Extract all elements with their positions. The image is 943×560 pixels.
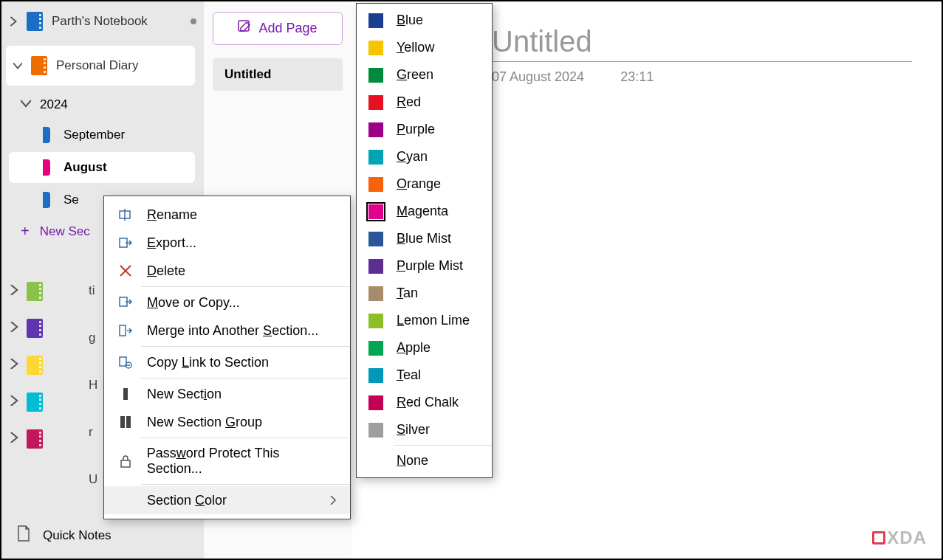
color-option-tan[interactable]: Tan bbox=[357, 280, 492, 307]
mini-notebook-row[interactable] bbox=[1, 273, 50, 310]
color-option-orange[interactable]: Orange bbox=[357, 170, 492, 198]
notebook-name: Parth's Notebook bbox=[52, 14, 148, 29]
color-option-red[interactable]: Red bbox=[357, 89, 492, 116]
notebook-icon bbox=[27, 356, 43, 375]
color-label: Tan bbox=[397, 286, 418, 301]
chevron-down-icon bbox=[13, 61, 22, 71]
ctx-label: Export... bbox=[147, 235, 196, 251]
section-label: September bbox=[64, 128, 125, 142]
separator bbox=[141, 346, 350, 347]
color-option-none[interactable]: None bbox=[357, 447, 492, 474]
color-swatch bbox=[368, 95, 383, 110]
notebook-selected[interactable]: Personal Diary bbox=[6, 46, 195, 86]
color-option-green[interactable]: Green bbox=[357, 61, 492, 89]
ctx-password-protect[interactable]: Password Protect This Section... bbox=[104, 440, 350, 483]
link-icon bbox=[117, 354, 134, 370]
note-time: 23:11 bbox=[620, 69, 654, 84]
add-page-label: Add Page bbox=[258, 21, 317, 36]
section-tab-icon bbox=[43, 192, 50, 208]
quick-notes-label: Quick Notes bbox=[43, 528, 112, 543]
color-label: Red bbox=[397, 94, 421, 110]
color-option-red-chalk[interactable]: Red Chalk bbox=[357, 389, 492, 416]
page-item[interactable]: Untitled bbox=[213, 58, 343, 91]
color-swatch bbox=[368, 259, 383, 274]
svg-rect-11 bbox=[121, 460, 130, 467]
mini-notebook-row[interactable] bbox=[1, 310, 50, 347]
chevron-right-icon bbox=[9, 322, 18, 335]
year-label: 2024 bbox=[40, 97, 68, 112]
other-notebooks: ti g H r U bbox=[1, 273, 50, 457]
color-swatch bbox=[368, 232, 383, 246]
section-group-year[interactable]: 2024 bbox=[1, 90, 204, 120]
color-option-lemon-lime[interactable]: Lemon Lime bbox=[357, 307, 492, 334]
svg-rect-10 bbox=[126, 416, 131, 428]
color-label: Blue Mist bbox=[397, 231, 451, 246]
lock-icon bbox=[117, 453, 134, 469]
color-option-purple-mist[interactable]: Purple Mist bbox=[357, 252, 492, 280]
color-swatch bbox=[368, 41, 383, 55]
notebook-icon bbox=[27, 282, 43, 301]
mini-notebook-row[interactable] bbox=[1, 384, 50, 421]
color-label: Orange bbox=[397, 176, 441, 192]
color-label: Silver bbox=[397, 422, 430, 438]
color-swatch bbox=[368, 341, 383, 356]
ctx-export[interactable]: Export... bbox=[104, 229, 350, 257]
color-label: Yellow bbox=[397, 40, 434, 55]
section-label: Se bbox=[64, 193, 79, 207]
note-title-input[interactable]: Untitled bbox=[492, 25, 912, 62]
ctx-rename[interactable]: Rename bbox=[104, 201, 350, 229]
watermark-icon bbox=[872, 531, 885, 545]
color-option-teal[interactable]: Teal bbox=[357, 362, 492, 389]
section-august[interactable]: August bbox=[9, 152, 195, 183]
mini-notebook-row[interactable] bbox=[1, 421, 50, 457]
color-label: Green bbox=[397, 67, 433, 83]
color-option-yellow[interactable]: Yellow bbox=[357, 34, 492, 61]
section-september[interactable]: September bbox=[1, 120, 204, 151]
ctx-label: Section Color bbox=[147, 493, 227, 508]
truncated-label: H bbox=[89, 378, 97, 393]
chevron-right-icon bbox=[9, 16, 18, 27]
color-option-magenta[interactable]: Magenta bbox=[357, 198, 492, 225]
separator bbox=[141, 484, 350, 485]
ctx-delete[interactable]: Delete bbox=[104, 257, 350, 285]
ctx-label: Merge into Another Section... bbox=[147, 323, 318, 339]
ctx-copy-link[interactable]: Copy Link to Section bbox=[104, 348, 350, 376]
quick-notes-button[interactable]: Quick Notes bbox=[1, 518, 126, 553]
mini-notebook-row[interactable] bbox=[1, 347, 50, 384]
ctx-new-section[interactable]: New Section bbox=[104, 380, 350, 408]
color-swatch bbox=[368, 150, 383, 165]
ctx-new-section-group[interactable]: New Section Group bbox=[104, 408, 350, 436]
color-swatch bbox=[368, 395, 383, 410]
ctx-section-color[interactable]: Section Color bbox=[104, 486, 350, 514]
add-page-button[interactable]: Add Page bbox=[213, 12, 343, 45]
blank-icon bbox=[117, 492, 134, 508]
chevron-right-icon bbox=[329, 493, 337, 508]
note-metadata: 07 August 2024 23:11 bbox=[492, 69, 942, 85]
section-color-submenu: BlueYellowGreenRedPurpleCyanOrangeMagent… bbox=[356, 3, 493, 478]
color-swatch bbox=[368, 368, 383, 383]
ctx-label: Rename bbox=[147, 207, 197, 223]
color-label: Cyan bbox=[397, 149, 428, 165]
color-option-silver[interactable]: Silver bbox=[357, 416, 492, 443]
color-swatch bbox=[368, 204, 383, 219]
color-option-blue[interactable]: Blue bbox=[357, 7, 492, 34]
color-option-cyan[interactable]: Cyan bbox=[357, 143, 492, 170]
chevron-right-icon bbox=[9, 395, 18, 409]
separator bbox=[141, 438, 350, 438]
color-swatch bbox=[368, 13, 383, 28]
color-option-blue-mist[interactable]: Blue Mist bbox=[357, 225, 492, 252]
section-tab-icon bbox=[43, 127, 50, 143]
color-swatch bbox=[368, 286, 383, 301]
color-option-purple[interactable]: Purple bbox=[357, 116, 492, 143]
notebook-icon bbox=[27, 429, 43, 449]
ctx-move-copy[interactable]: Move or Copy... bbox=[104, 288, 350, 317]
color-label: Magenta bbox=[397, 204, 448, 219]
page-item-label: Untitled bbox=[224, 67, 271, 81]
chevron-right-icon bbox=[9, 359, 18, 372]
color-swatch bbox=[368, 454, 383, 469]
color-label: Purple Mist bbox=[397, 258, 463, 274]
ctx-merge[interactable]: Merge into Another Section... bbox=[104, 317, 350, 345]
color-option-apple[interactable]: Apple bbox=[357, 334, 492, 362]
color-label: Lemon Lime bbox=[397, 313, 470, 328]
notebook-primary[interactable]: Parth's Notebook bbox=[1, 1, 204, 41]
